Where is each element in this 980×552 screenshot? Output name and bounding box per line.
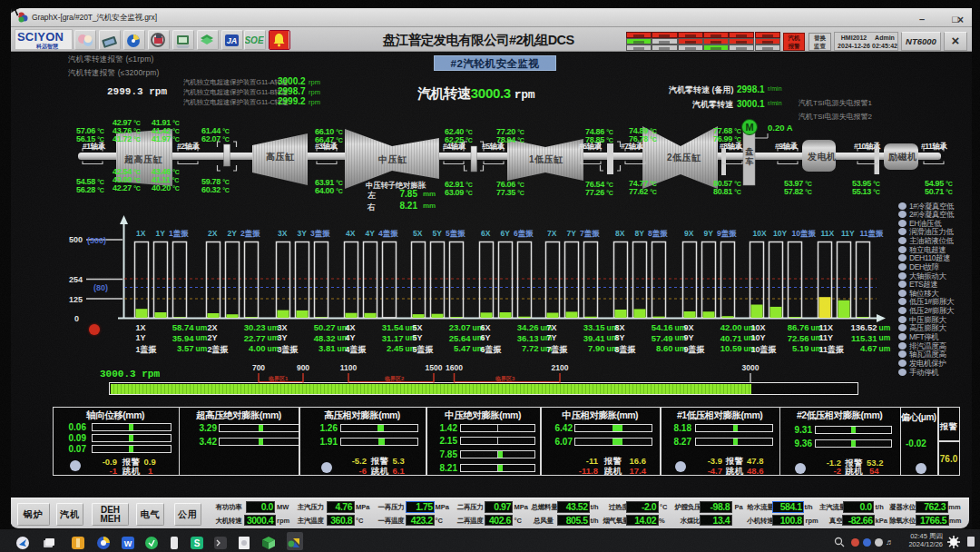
- svg-text:W: W: [123, 539, 132, 548]
- svg-text:S: S: [193, 538, 200, 548]
